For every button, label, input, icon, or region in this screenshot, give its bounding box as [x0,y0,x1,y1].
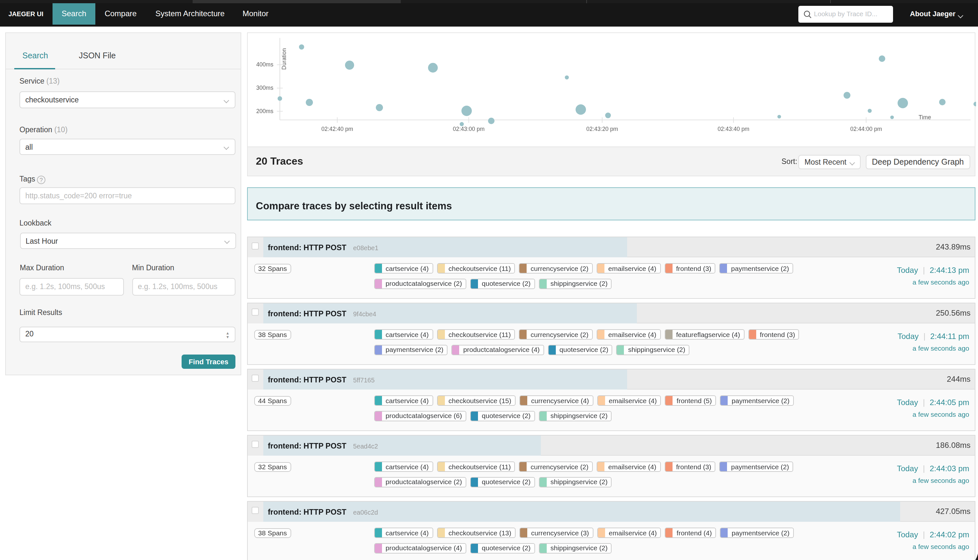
svg-text:02:44:00 pm: 02:44:00 pm [850,126,882,132]
svg-text:02:43:20 pm: 02:43:20 pm [586,126,618,132]
svg-text:300ms: 300ms [256,85,274,91]
svg-text:02:43:40 pm: 02:43:40 pm [718,126,749,132]
svg-text:200ms: 200ms [256,108,274,114]
svg-text:400ms: 400ms [256,61,274,68]
svg-text:02:42:40 pm: 02:42:40 pm [321,126,353,132]
svg-text:Duration: Duration [281,48,287,70]
svg-text:Time: Time [919,114,931,120]
svg-text:02:43:00 pm: 02:43:00 pm [453,126,485,132]
